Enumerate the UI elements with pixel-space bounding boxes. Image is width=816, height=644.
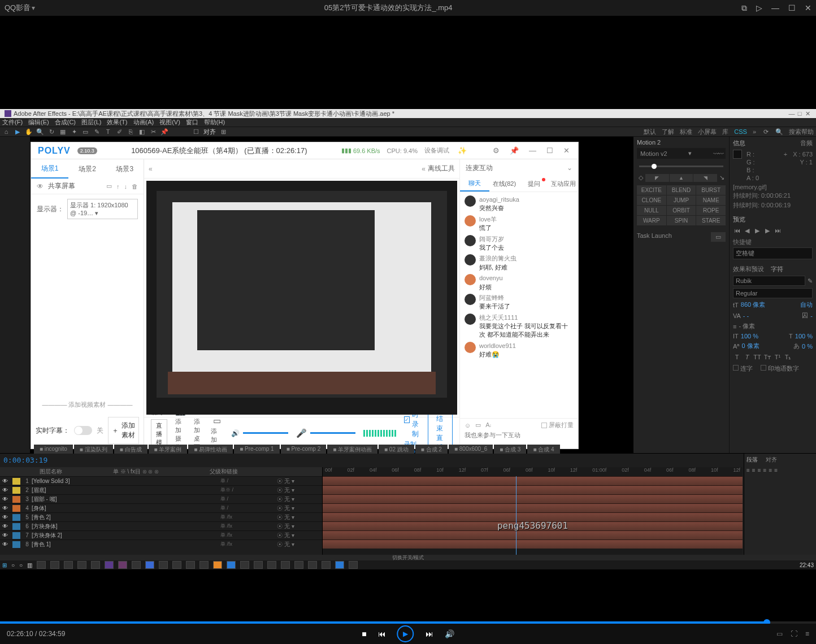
ws-standard[interactable]: 标准 xyxy=(680,128,692,136)
audio-tab[interactable]: 音频 xyxy=(800,139,813,147)
pip-icon[interactable]: ⧉ xyxy=(741,3,747,13)
motion-btn-clone[interactable]: CLONE xyxy=(637,195,666,205)
motion-btn-orbit[interactable]: ORBIT xyxy=(667,206,696,215)
clone-tool-icon[interactable]: ⎘ xyxy=(127,128,134,135)
layer-row[interactable]: 👁3[眉部 - 嘴]单 /☉ 无 ▾ xyxy=(0,494,322,503)
taskbar-app[interactable] xyxy=(322,561,331,569)
add-material-button[interactable]: ＋添加素材 xyxy=(108,417,139,444)
select-tool-icon[interactable]: ▶ xyxy=(14,128,21,136)
eye-icon[interactable]: 👁 xyxy=(37,182,44,190)
align-center-icon[interactable]: ≡ xyxy=(752,467,756,473)
timecode[interactable]: 0:00:03:19 xyxy=(3,456,47,464)
taskbar-app[interactable] xyxy=(37,561,46,569)
layer-color[interactable] xyxy=(12,514,20,521)
zoom-tool-icon[interactable]: 🔍 xyxy=(36,128,44,136)
taskbar-app[interactable] xyxy=(294,561,303,569)
motion-btn-blend[interactable]: BLEND xyxy=(667,185,696,195)
chat-tab-chat[interactable]: 聊天 xyxy=(460,176,489,192)
collapse-left-icon[interactable]: « xyxy=(149,165,153,173)
eye-icon[interactable]: 👁 xyxy=(2,541,10,547)
font-size[interactable]: 860 像素 xyxy=(741,301,765,309)
align-just-icon[interactable]: ≡ xyxy=(763,467,767,473)
ae-menubar[interactable]: 文件(F) 编辑(E) 合成(C) 图层(L) 效果(T) 动画(A) 视图(V… xyxy=(0,118,816,127)
chat-list[interactable]: aoyagi_ritsuka突然兴奋love羊慌了阔哥万岁我了个去蕞浪的篝火虫妈… xyxy=(460,192,578,418)
scene-tab-2[interactable]: 场景2 xyxy=(68,159,106,179)
brush-tool-icon[interactable]: ✐ xyxy=(115,128,123,136)
search-icon[interactable]: ○ xyxy=(11,562,15,568)
playlist-icon[interactable]: ≡ xyxy=(805,630,809,638)
kf-add-icon[interactable]: ◇ xyxy=(637,174,645,182)
hand-tool-icon[interactable]: ✋ xyxy=(25,128,33,136)
next-frame-icon[interactable]: ▶ xyxy=(763,227,771,234)
eye-icon[interactable]: 👁 xyxy=(2,514,10,520)
mic-icon[interactable]: 🎤 xyxy=(296,428,307,438)
home-icon[interactable]: ⌂ xyxy=(2,128,10,135)
collapse-right-icon[interactable]: « xyxy=(422,165,426,173)
timeline-tab[interactable]: ■ 800x600_6 xyxy=(449,445,493,454)
search-help[interactable]: 搜索帮助 xyxy=(789,128,814,136)
ae-timeline[interactable]: ■ incognito■ 渲染队列■ 白告成■ 羊牙案例■ 易弹性动画■ Pre… xyxy=(0,453,816,560)
align-just3-icon[interactable]: ≡ xyxy=(774,467,778,473)
taskbar-app[interactable] xyxy=(77,561,86,569)
align-right-icon[interactable]: ≡ xyxy=(758,467,761,473)
down-icon[interactable]: ↓ xyxy=(124,183,128,190)
app-name[interactable]: QQ影音 xyxy=(5,3,31,13)
layer-row[interactable]: 👁2[眉底]单※ /☉ 无 ▾ xyxy=(0,485,322,494)
offline-tools[interactable]: 离线工具 xyxy=(428,164,455,173)
ws-learn[interactable]: 了解 xyxy=(662,128,674,136)
subtitle-toggle[interactable] xyxy=(74,426,92,435)
motion-slider[interactable] xyxy=(639,166,723,167)
bold-icon[interactable]: T xyxy=(733,354,741,361)
speaker-icon[interactable]: 🔊 xyxy=(231,429,240,437)
ae-project-panel[interactable] xyxy=(0,137,31,473)
anchor-t[interactable]: ▲ xyxy=(670,174,693,182)
layer-bar[interactable] xyxy=(323,503,743,512)
minimize-icon[interactable]: — xyxy=(771,3,779,13)
settings-icon[interactable]: ⚙ xyxy=(491,146,501,155)
cortana-icon[interactable]: ○ xyxy=(19,562,23,568)
volume-button[interactable]: 🔊 xyxy=(445,629,454,638)
emoji-icon[interactable]: ☺ xyxy=(465,422,471,429)
menu-window[interactable]: 窗口 xyxy=(186,118,198,127)
ae-toolbar[interactable]: ⌂ ▶ ✋ 🔍 ↻ ▦ ✦ ▭ ✎ T ✐ ⎘ ◧ ✂ 📌 ☐ 对齐 ⊞ 默认 … xyxy=(0,127,816,137)
motion-btn-excite[interactable]: EXCITE xyxy=(637,185,666,195)
eyedropper-icon[interactable]: ✎ xyxy=(808,277,813,285)
layer-bar[interactable] xyxy=(323,539,743,549)
font-icon[interactable]: Aᵢ xyxy=(485,421,491,429)
pen-tool-icon[interactable]: ✎ xyxy=(93,128,101,136)
track-area[interactable]: peng453697601 xyxy=(322,476,743,555)
prev-frame-icon[interactable]: ◀ xyxy=(743,227,751,234)
layer-color[interactable] xyxy=(12,505,20,512)
mic-volume[interactable]: 🎤 xyxy=(296,428,355,438)
layer-bar[interactable] xyxy=(323,494,743,503)
para-tab[interactable]: 段落 xyxy=(746,456,758,464)
scene-tab-3[interactable]: 场景3 xyxy=(106,159,144,179)
prev-button[interactable]: ⏮ xyxy=(378,629,386,638)
layer-row[interactable]: 👁4[身体]单 /☉ 无 ▾ xyxy=(0,503,322,512)
snap-label[interactable]: 对齐 xyxy=(203,128,216,136)
anchor-tl[interactable]: ◤ xyxy=(645,174,669,182)
camera-tool-icon[interactable]: ▦ xyxy=(59,128,67,136)
layer-bar[interactable] xyxy=(323,530,743,539)
taskview-icon[interactable]: ▥ xyxy=(27,562,32,568)
polyv-min-icon[interactable]: — xyxy=(527,146,538,155)
first-frame-icon[interactable]: ⏮ xyxy=(733,227,741,234)
timeline-tab[interactable]: ■ incognito xyxy=(34,445,73,454)
playhead[interactable] xyxy=(516,476,516,555)
timeline-tab[interactable]: ■ 白告成 xyxy=(114,445,147,454)
timeline-tab[interactable]: ■ Pre-comp 2 xyxy=(281,445,327,454)
ease-in-icon[interactable]: ↘ xyxy=(718,174,726,182)
search-help-icon[interactable]: 🔍 xyxy=(775,128,783,136)
menu-edit[interactable]: 编辑(E) xyxy=(28,118,49,127)
chat-tab-online[interactable]: 在线(82) xyxy=(489,176,519,192)
close-icon[interactable]: ✕ xyxy=(805,3,811,13)
info-tab[interactable]: 信息 xyxy=(733,139,745,147)
motion-btn-jump[interactable]: JUMP xyxy=(667,195,696,205)
motion-btn-warp[interactable]: WARP xyxy=(637,216,666,225)
pin-icon[interactable]: 📌 xyxy=(508,146,520,155)
taskbar-app[interactable] xyxy=(159,561,168,569)
layer-bar[interactable] xyxy=(323,476,743,485)
display-select[interactable]: 显示器 1: 1920x1080 @ -19… ▾ xyxy=(67,199,138,219)
anchor-tr[interactable]: ◥ xyxy=(693,174,717,182)
timeline-tab[interactable]: ■ 合成 4 xyxy=(527,445,559,454)
